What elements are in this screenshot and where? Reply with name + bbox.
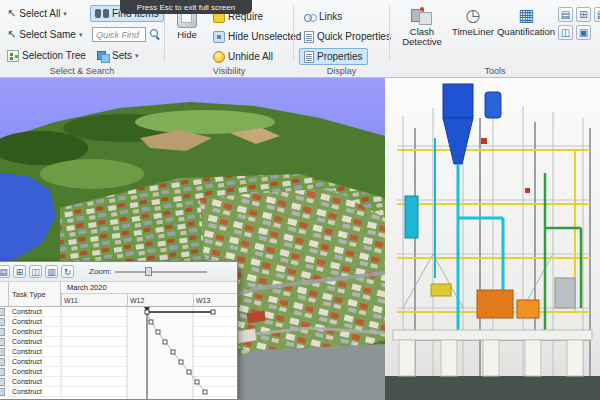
quick-properties-icon [304, 31, 314, 43]
task-type-cell: Construct [9, 378, 61, 385]
task-type-column-header: Task Type [9, 282, 61, 307]
select-cursor-icon: ↖ [7, 8, 16, 19]
navisworks-window: ↖ Select All ▾ ↖ Select Same ▾ Selection… [0, 0, 600, 400]
select-same-icon: ↖ [7, 29, 16, 40]
panel-refresh-icon[interactable]: ↻ [61, 265, 74, 278]
sets-button[interactable]: Sets ▾ [92, 47, 144, 64]
panel-save-icon[interactable]: ▤ [0, 265, 10, 278]
tool-icon-c[interactable]: ◫ [558, 25, 573, 40]
plant-model-view[interactable] [385, 78, 600, 400]
task-status-icon [0, 317, 9, 327]
select-same-button[interactable]: ↖ Select Same ▾ [2, 26, 87, 43]
zoom-label: Zoom: [89, 267, 112, 276]
quantification-button[interactable]: ▦ Quantification [497, 4, 555, 40]
clash-detective-label: Clash Detective [399, 27, 445, 48]
task-type-cell: Construct [9, 348, 61, 355]
zoom-slider-handle[interactable] [145, 267, 152, 276]
zoom-slider[interactable] [115, 266, 207, 277]
status-column-header [0, 282, 9, 307]
properties-label: Properties [317, 51, 363, 62]
tool-glyph: ▤ [561, 10, 570, 20]
select-same-label: Select Same [19, 29, 76, 40]
select-all-button[interactable]: ↖ Select All ▾ [2, 5, 72, 22]
task-type-cell: Construct [9, 338, 61, 345]
ribbon-separator [389, 5, 390, 61]
properties-button[interactable]: Properties [299, 48, 368, 65]
tool-icon-b[interactable]: ⊞ [576, 7, 591, 22]
group-label-tools: Tools [390, 66, 600, 76]
hide-label: Hide [177, 30, 197, 40]
panel-add-icon[interactable]: ⊞ [13, 265, 26, 278]
timeliner-label: TimeLiner [452, 27, 494, 37]
gantt-chart[interactable] [61, 307, 237, 399]
ribbon-separator [293, 5, 294, 61]
week-header: W11 [61, 294, 127, 307]
quick-properties-button[interactable]: Quick Properties [299, 28, 396, 45]
chevron-down-icon: ▾ [63, 10, 67, 17]
select-all-label: Select All [19, 8, 60, 19]
properties-icon [304, 51, 314, 63]
tool-glyph: ⊞ [579, 10, 587, 20]
gantt-header: Task Type March 2020 W11 W12 W13 [0, 282, 237, 307]
quick-find-input[interactable] [92, 27, 146, 42]
week-header: W12 [127, 294, 193, 307]
quantification-grid-icon: ▦ [518, 7, 534, 25]
gantt-body: Construct Construct Construct Construct … [0, 307, 237, 399]
task-status-icon [0, 387, 9, 397]
group-label-display: Display [294, 66, 389, 76]
fullscreen-toast-text: Press Esc to exit full screen [137, 3, 235, 12]
clash-spark-icon [420, 7, 424, 11]
task-type-cell: Construct [9, 358, 61, 365]
task-status-icon [0, 307, 9, 317]
selection-tree-label: Selection Tree [22, 50, 86, 61]
clash-detective-icon [411, 7, 433, 25]
links-chain-icon [304, 11, 316, 23]
task-type-cell: Construct [9, 308, 61, 315]
sets-label: Sets [112, 50, 132, 61]
tool-glyph: ▣ [579, 28, 588, 38]
binoculars-icon [95, 9, 109, 18]
selection-tree-button[interactable]: Selection Tree [2, 47, 91, 64]
chevron-down-icon: ▾ [79, 31, 83, 38]
plant-model-render [385, 78, 600, 400]
ribbon: ↖ Select All ▾ ↖ Select Same ▾ Selection… [0, 0, 600, 78]
hide-unselected-button[interactable]: Hide Unselected [208, 28, 306, 45]
links-button[interactable]: Links [299, 8, 347, 25]
task-type-cell: Construct [9, 318, 61, 325]
glyph: ◫ [31, 267, 40, 277]
week-header: W13 [193, 294, 259, 307]
glyph: ▥ [47, 267, 56, 277]
links-label: Links [319, 11, 342, 22]
tool-icon-d[interactable]: ▣ [576, 25, 591, 40]
month-header: March 2020 [61, 282, 237, 294]
glyph: ↻ [64, 267, 72, 277]
timeliner-toolbar: ▤ ⊞ ◫ ▥ ↻ Zoom: [0, 262, 237, 282]
clash-detective-button[interactable]: Clash Detective [397, 4, 447, 51]
zoom-slider-track [115, 271, 207, 273]
group-label-select-search: Select & Search [0, 66, 164, 76]
fullscreen-toast: Press Esc to exit full screen [120, 0, 252, 14]
glyph: ⊞ [16, 267, 24, 277]
task-type-cell: Construct [9, 388, 61, 395]
unhide-all-icon [213, 51, 225, 63]
timeliner-panel: ▤ ⊞ ◫ ▥ ↻ Zoom: Task Type March 2020 W11… [0, 261, 238, 400]
group-label-visibility: Visibility [165, 66, 293, 76]
task-status-icon [0, 367, 9, 377]
chevron-down-icon: ▾ [135, 52, 139, 59]
tool-icon-clipped[interactable]: ▤ [594, 7, 600, 22]
panel-filter-icon[interactable]: ▥ [45, 265, 58, 278]
task-status-icon [0, 327, 9, 337]
task-status-icon [0, 347, 9, 357]
tool-icon-a[interactable]: ▤ [558, 7, 573, 22]
panel-columns-icon[interactable]: ◫ [29, 265, 42, 278]
task-status-icon [0, 377, 9, 387]
selection-tree-icon [7, 50, 19, 62]
hide-unselected-label: Hide Unselected [228, 31, 301, 42]
hide-unselected-icon [213, 31, 225, 43]
unhide-all-button[interactable]: Unhide All [208, 48, 278, 65]
quick-find-search-icon[interactable] [150, 29, 161, 40]
week-headers: W11 W12 W13 [61, 294, 237, 307]
task-status-icon [0, 357, 9, 367]
timeliner-button[interactable]: ◷ TimeLiner [450, 4, 496, 40]
unhide-all-label: Unhide All [228, 51, 273, 62]
